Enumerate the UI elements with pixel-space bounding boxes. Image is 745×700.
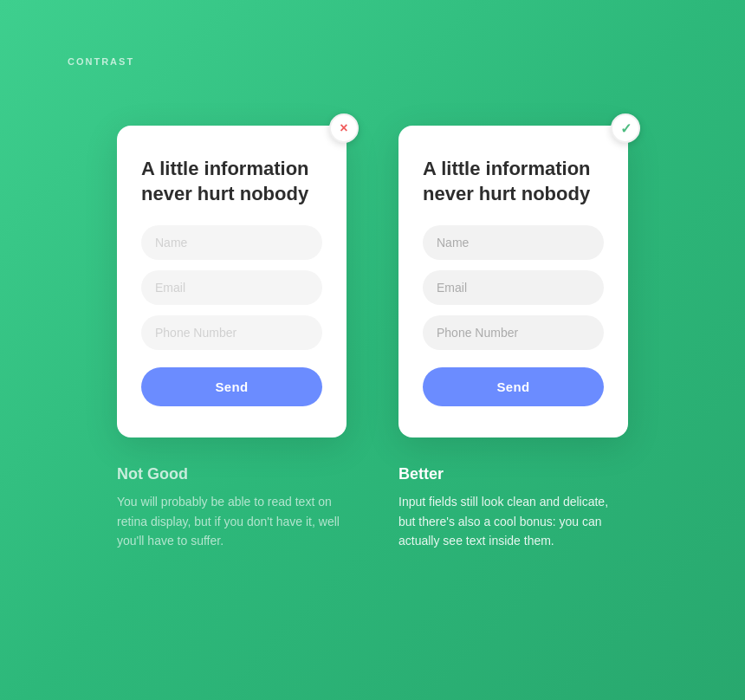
bad-send-button[interactable]: Send	[141, 367, 322, 406]
bad-name-input[interactable]	[141, 225, 322, 260]
good-card-title: A little information never hurt nobody	[423, 157, 604, 206]
brand-label: CONTRAST	[68, 56, 134, 67]
bad-card-badge: ×	[329, 113, 359, 143]
bad-phone-input[interactable]	[141, 315, 322, 350]
good-send-button[interactable]: Send	[423, 367, 604, 406]
good-description-text: Input fields still look clean and delica…	[398, 492, 628, 550]
bad-card-title: A little information never hurt nobody	[141, 157, 322, 206]
bad-description: Not Good You will probably be able to re…	[117, 465, 347, 550]
good-card-badge: ✓	[611, 113, 640, 143]
good-name-input[interactable]	[423, 225, 604, 260]
good-description-title: Better	[398, 465, 628, 483]
bad-email-input[interactable]	[141, 270, 322, 305]
descriptions-container: Not Good You will probably be able to re…	[0, 438, 745, 550]
bad-description-title: Not Good	[117, 465, 347, 483]
good-card: ✓ A little information never hurt nobody…	[398, 126, 628, 438]
good-description: Better Input fields still look clean and…	[398, 465, 628, 550]
bad-card: × A little information never hurt nobody…	[117, 126, 347, 438]
bad-description-text: You will probably be able to read text o…	[117, 492, 347, 550]
good-email-input[interactable]	[423, 270, 604, 305]
good-phone-input[interactable]	[423, 315, 604, 350]
